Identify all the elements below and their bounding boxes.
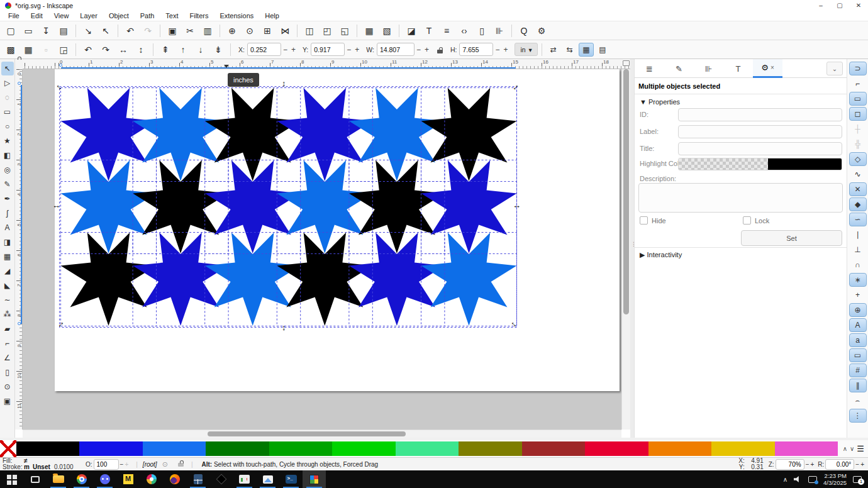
tray-screen-icon[interactable] bbox=[808, 476, 817, 483]
move-gradients-toggle[interactable]: ▦ bbox=[579, 43, 594, 57]
snap-line-midpoints-button[interactable]: ∣ bbox=[849, 228, 867, 241]
fill-stroke-indicator[interactable]: Fill: ≠ Stroke: m Unset 0.0100 bbox=[3, 458, 79, 470]
unlink-clone-button[interactable]: ◱ bbox=[337, 23, 353, 38]
snap-distribution-button[interactable]: ⋮ bbox=[849, 409, 867, 423]
display-mode-icon[interactable] bbox=[623, 60, 630, 66]
tray-expand-icon[interactable]: ∧ bbox=[783, 476, 787, 483]
raise-to-top-button[interactable]: ⇞ bbox=[157, 42, 174, 57]
text-dialog-button[interactable]: T bbox=[421, 23, 437, 38]
cut-button[interactable]: ✂ bbox=[182, 23, 198, 38]
minimize-button[interactable]: – bbox=[811, 0, 830, 11]
text-tool[interactable]: A bbox=[1, 221, 14, 235]
horizontal-scrollbar[interactable] bbox=[23, 430, 621, 438]
rotation-input[interactable] bbox=[825, 459, 854, 470]
snap-rotation-centers-button[interactable]: ⊕ bbox=[849, 303, 867, 317]
deselect-button[interactable]: ▫ bbox=[38, 42, 54, 57]
color-swatch[interactable] bbox=[648, 441, 711, 456]
pencil-tool[interactable]: ✎ bbox=[1, 177, 14, 191]
fill-stroke-dialog-button[interactable]: ◪ bbox=[403, 23, 420, 38]
taskbar-start[interactable] bbox=[0, 470, 23, 488]
tab-align[interactable]: ⊪ bbox=[694, 59, 723, 78]
export-button[interactable]: ↖ bbox=[97, 23, 114, 38]
snap-bounding-box-button[interactable]: ⌐ bbox=[849, 77, 867, 91]
taskbar-chrome[interactable] bbox=[70, 470, 93, 488]
selection-handle-e[interactable]: ↔ bbox=[513, 201, 521, 209]
menu-extensions[interactable]: Extensions bbox=[214, 11, 259, 20]
color-swatch[interactable] bbox=[522, 441, 585, 456]
spiral-tool[interactable]: ◎ bbox=[1, 163, 14, 177]
color-swatch[interactable] bbox=[79, 441, 142, 456]
w-increase-button[interactable]: + bbox=[423, 45, 431, 54]
taskbar-calculator[interactable] bbox=[186, 470, 209, 488]
no-color-swatch[interactable] bbox=[0, 440, 16, 457]
duplicate-button[interactable]: ◫ bbox=[301, 23, 318, 38]
rotate-cw-button[interactable]: ↷ bbox=[97, 42, 114, 57]
notification-icon[interactable] bbox=[853, 476, 862, 483]
canvas-viewport[interactable]: ↔ ↕ ↔ ↔ ↔ ↔ ↕ ↔ inches bbox=[23, 69, 621, 430]
open-document-button[interactable]: ▭ bbox=[20, 23, 36, 38]
opacity-increase-button[interactable]: + bbox=[125, 461, 128, 468]
color-swatch[interactable] bbox=[143, 441, 206, 456]
taskbar-photos[interactable] bbox=[256, 470, 279, 488]
set-button[interactable]: Set bbox=[741, 230, 842, 246]
snap-bbox-edge-midpoints-button[interactable]: ┼ bbox=[849, 122, 867, 136]
preferences-button[interactable]: ⚙ bbox=[533, 23, 550, 38]
snap-alignment-button[interactable]: ⌢ bbox=[849, 394, 867, 408]
horizontal-ruler[interactable]: 0123456789101112131415161718 bbox=[23, 59, 630, 69]
palette-menu-icon[interactable]: ☰ bbox=[857, 444, 864, 453]
import-button[interactable]: ↘ bbox=[80, 23, 96, 38]
flip-horizontal-button[interactable]: ↔ bbox=[115, 42, 131, 57]
snap-text-baselines-button[interactable]: a bbox=[849, 333, 867, 347]
color-swatch[interactable] bbox=[775, 441, 838, 456]
layer-lock-icon[interactable] bbox=[178, 463, 184, 467]
description-input[interactable] bbox=[638, 183, 843, 213]
pen-tool[interactable]: ʃ bbox=[1, 206, 14, 220]
paste-button[interactable]: ▥ bbox=[199, 23, 216, 38]
zoom-tool[interactable]: ⊙ bbox=[1, 380, 14, 394]
zoom-decrease-button[interactable]: − bbox=[806, 461, 810, 468]
menu-view[interactable]: View bbox=[48, 11, 75, 20]
color-swatch[interactable] bbox=[711, 441, 774, 456]
color-swatch[interactable] bbox=[206, 441, 269, 456]
zoom-page-button[interactable]: ⊞ bbox=[259, 23, 275, 38]
label-input[interactable] bbox=[678, 125, 842, 138]
page-tool[interactable]: ▯ bbox=[1, 365, 14, 379]
star-dark-blue[interactable] bbox=[61, 88, 157, 181]
snap-object-centers-button[interactable]: + bbox=[849, 288, 867, 302]
tab-object-properties[interactable]: ⚙× bbox=[753, 59, 782, 78]
snap-nodes-button[interactable]: ◇ bbox=[849, 152, 867, 166]
selector-tool[interactable]: ↖ bbox=[1, 62, 14, 75]
snap-paths-button[interactable]: ∿ bbox=[849, 167, 867, 181]
snap-guides-button[interactable]: ∥ bbox=[849, 379, 867, 392]
opacity-input[interactable] bbox=[94, 459, 119, 470]
redo-button[interactable]: ↷ bbox=[140, 23, 156, 38]
tab-text[interactable]: T bbox=[723, 59, 753, 78]
select-all-layers-button[interactable]: ▦ bbox=[20, 42, 36, 57]
volume-icon[interactable] bbox=[794, 476, 802, 483]
menu-file[interactable]: File bbox=[3, 11, 25, 20]
taskbar-powershell[interactable] bbox=[279, 470, 303, 488]
connector-tool[interactable]: ⌐ bbox=[1, 336, 14, 350]
taskbar-slack[interactable] bbox=[140, 470, 163, 488]
color-swatch[interactable] bbox=[332, 441, 395, 456]
dropper-tool[interactable]: ◢ bbox=[1, 264, 14, 278]
eraser-tool[interactable]: ▰ bbox=[1, 322, 14, 336]
rectangle-tool[interactable]: ▭ bbox=[1, 105, 14, 119]
close-button[interactable]: ✕ bbox=[849, 0, 868, 11]
h-decrease-button[interactable]: − bbox=[493, 45, 501, 54]
horizontal-scrollbar-thumb[interactable] bbox=[208, 431, 406, 436]
scale-corners-toggle[interactable]: ⇆ bbox=[562, 43, 577, 57]
snap-bbox-edges-button[interactable]: ▭ bbox=[849, 92, 867, 106]
snap-others-button[interactable]: ∗ bbox=[849, 273, 867, 287]
snap-cusp-nodes-button[interactable]: ◆ bbox=[849, 197, 867, 211]
w-decrease-button[interactable]: − bbox=[415, 45, 423, 54]
flip-vertical-button[interactable]: ↕ bbox=[133, 42, 149, 57]
symbols-button[interactable]: ⋈ bbox=[277, 23, 293, 38]
star-black[interactable] bbox=[205, 88, 301, 181]
paint-bucket-tool[interactable]: ◣ bbox=[1, 279, 14, 292]
ungroup-button[interactable]: ▧ bbox=[379, 23, 395, 38]
clock[interactable]: 2:23 PM 4/3/2025 bbox=[823, 472, 847, 486]
opacity-decrease-button[interactable]: − bbox=[120, 461, 124, 468]
vertical-scrollbar[interactable] bbox=[621, 69, 630, 430]
snap-smooth-nodes-button[interactable]: ∽ bbox=[849, 213, 867, 226]
